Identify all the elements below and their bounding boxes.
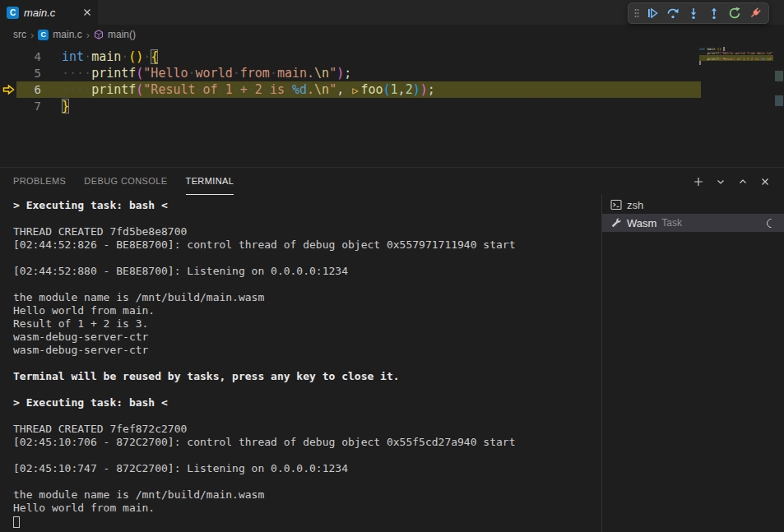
tab-debug-console[interactable]: DEBUG CONSOLE — [84, 168, 167, 195]
code-token: + — [240, 82, 248, 97]
breadcrumb-item-file[interactable]: main.c — [53, 29, 81, 40]
code-text: ····printf("Result·of·1·+·2·is·%d.\n",·▷… — [41, 81, 435, 98]
terminal-line — [13, 383, 601, 396]
terminal-detail: Task — [661, 217, 682, 229]
terminal-output[interactable]: > Executing task: bash < THREAD CREATED … — [0, 195, 601, 532]
code-token: printf — [91, 82, 136, 97]
code-token: main — [91, 49, 121, 64]
code-token: world — [196, 66, 233, 81]
code-token: ···· — [62, 82, 91, 97]
breakpoint-gutter[interactable] — [0, 98, 16, 114]
tab-terminal[interactable]: TERMINAL — [186, 168, 234, 195]
code-token: · — [262, 82, 270, 97]
close-panel-icon[interactable] — [758, 174, 772, 189]
step-into-icon[interactable] — [684, 4, 703, 22]
code-token: () — [128, 49, 143, 64]
code-token: ) — [336, 66, 344, 81]
terminal-list-item-zsh[interactable]: zsh — [602, 196, 784, 214]
step-out-icon[interactable] — [705, 4, 723, 22]
inline-run-icon[interactable]: ▷ — [351, 85, 360, 96]
code-token: · — [233, 66, 240, 81]
code-token: printf — [91, 66, 136, 81]
terminal-dropdown-icon[interactable] — [713, 174, 728, 189]
c-file-icon: C — [7, 7, 19, 19]
breakpoint-gutter[interactable] — [0, 65, 16, 81]
code-text: ····printf("Hello·world·from·main.\n"); — [41, 65, 351, 81]
terminal-line — [13, 278, 601, 291]
c-file-icon: C — [38, 30, 49, 40]
terminal-list-item-wasm-task[interactable]: Wasm Task — [602, 214, 784, 232]
code-token: . — [307, 82, 314, 97]
tab-close-icon[interactable] — [83, 8, 91, 16]
code-token: { — [151, 49, 158, 64]
code-token: · — [248, 82, 255, 97]
code-token: "Hello — [143, 66, 188, 81]
code-token: foo — [360, 82, 383, 97]
code-token: ) — [420, 82, 428, 97]
restart-icon[interactable] — [726, 4, 744, 22]
code-line-5[interactable]: 5····printf("Hello·world·from·main.\n"); — [0, 65, 701, 81]
vscode-window: C main.c — [0, 0, 784, 532]
code-token: · — [196, 82, 203, 97]
terminal-line — [13, 357, 601, 370]
code-token: · — [285, 82, 292, 97]
loading-spinner-icon — [765, 216, 778, 229]
tab-problems[interactable]: PROBLEMS — [13, 168, 66, 195]
code-token: of — [203, 82, 218, 97]
terminal-line — [13, 515, 601, 528]
code-line-6[interactable]: 6····printf("Result·of·1·+·2·is·%d.\n",·… — [0, 81, 701, 98]
breadcrumb-item-symbol[interactable]: main() — [108, 29, 136, 40]
terminal-line: [02:44:52:880 - BE8E8700]: Listening on … — [13, 265, 601, 278]
code-token: , — [336, 82, 344, 97]
terminal-line: Hello world from main. — [13, 304, 601, 317]
debug-toolbar — [628, 2, 769, 24]
terminal-line — [13, 252, 601, 265]
code-editor[interactable]: 4int·main·()·{5····printf("Hello·world·f… — [0, 44, 784, 167]
terminal-cursor — [13, 516, 20, 528]
terminal-icon — [610, 199, 622, 210]
terminal-line: THREAD CREATED 7fef872c2700 — [13, 423, 601, 436]
terminal-line: THREAD CREATED 7fd5be8e8700 — [13, 225, 601, 238]
new-terminal-icon[interactable] — [691, 174, 706, 189]
terminal-label: Wasm — [627, 217, 656, 229]
minimap[interactable]: int·main·()·{····printf("Hello·world·fro… — [699, 47, 773, 65]
chevron-right-icon: › — [86, 29, 90, 41]
code-token: %d — [292, 82, 307, 97]
code-token: } — [62, 99, 69, 113]
continue-icon[interactable] — [643, 4, 661, 22]
breakpoint-gutter[interactable] — [0, 49, 16, 65]
code-token: \n — [314, 66, 329, 81]
terminal-line: the module name is /mnt/build/main.wasm — [13, 291, 601, 304]
panel-header: PROBLEMS DEBUG CONSOLE TERMINAL — [0, 168, 784, 195]
line-number: 4 — [16, 49, 41, 65]
overview-ruler-marker — [775, 71, 783, 81]
code-line-7[interactable]: 7} — [0, 98, 701, 114]
code-line-4[interactable]: 4int·main·()·{ — [0, 49, 701, 65]
terminal-line: Result of 1 + 2 is 3. — [13, 317, 601, 331]
terminal-label: zsh — [627, 199, 643, 211]
code-token: " — [329, 66, 336, 81]
terminal-line — [13, 449, 601, 462]
terminal-line: [02:45:10:747 - 872C2700]: Listening on … — [13, 462, 601, 475]
code-token: ( — [136, 66, 143, 81]
terminal-line — [13, 475, 601, 488]
code-token: \n — [314, 82, 329, 97]
code-token: ; — [344, 66, 351, 81]
code-token: 1 — [391, 82, 398, 97]
overview-ruler-marker — [775, 95, 783, 106]
code-token: 2 — [406, 82, 413, 97]
code-token: · — [233, 82, 240, 97]
terminal-line: [02:45:10:706 - 872C2700]: control threa… — [13, 436, 601, 449]
code-token: 2 — [255, 82, 262, 97]
terminal-line: wasm-debug-server-ctr — [13, 344, 601, 357]
disconnect-icon[interactable] — [746, 4, 764, 22]
bottom-panel: PROBLEMS DEBUG CONSOLE TERMINAL > Execut… — [0, 167, 784, 532]
step-over-icon[interactable] — [664, 4, 682, 22]
current-stackframe-arrow-icon[interactable] — [0, 81, 16, 98]
breadcrumb-item-src[interactable]: src — [13, 29, 26, 40]
maximize-panel-icon[interactable] — [735, 174, 750, 189]
drag-grip-icon[interactable] — [633, 4, 641, 22]
code-token: · — [218, 82, 225, 97]
tools-icon — [610, 217, 622, 229]
tab-main-c[interactable]: C main.c — [0, 0, 99, 25]
